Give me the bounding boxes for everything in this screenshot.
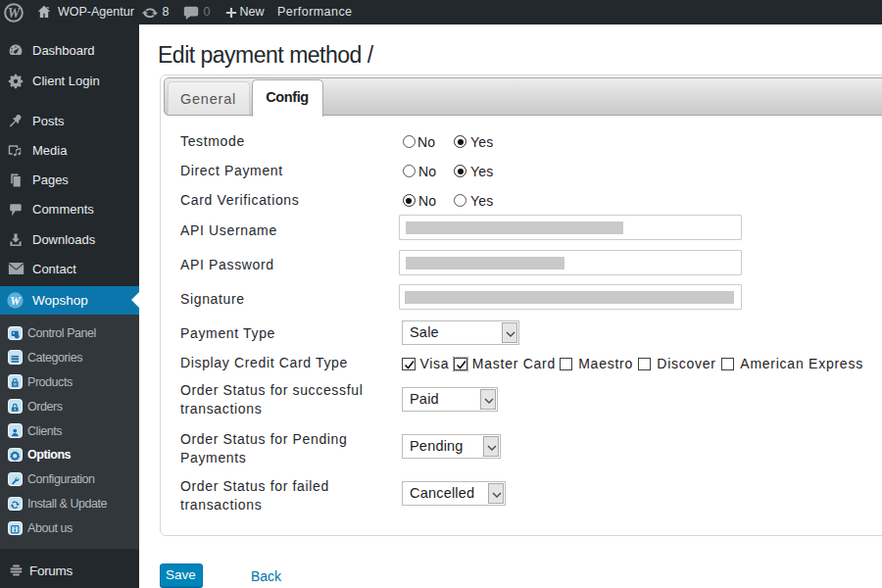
svg-text:W: W [7,5,21,21]
svg-text:W: W [10,293,22,307]
